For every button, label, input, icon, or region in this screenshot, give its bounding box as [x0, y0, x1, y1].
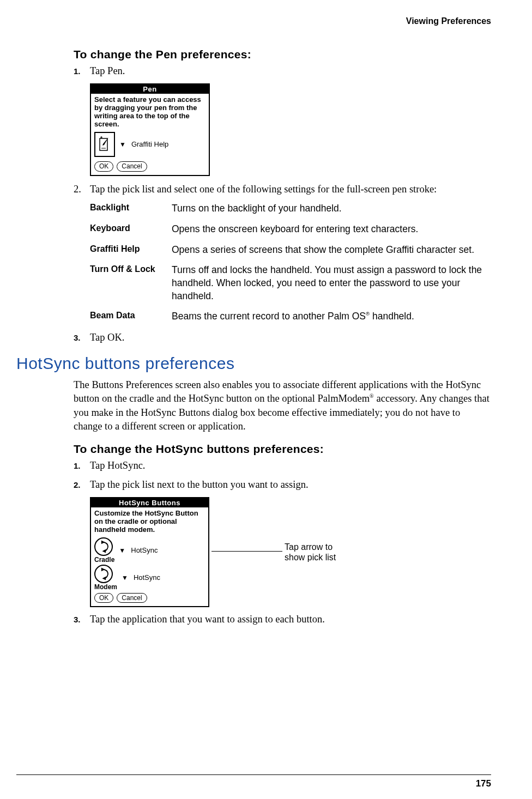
def-term: Backlight [90, 202, 172, 213]
steps-list-2: 1. Tap HotSync. 2. Tap the pick list nex… [74, 459, 491, 492]
def-turnoff: Turn Off & Lock Turns off and locks the … [90, 264, 491, 302]
hotsync-screenshot-wrap: HotSync Buttons Customize the HotSync Bu… [90, 497, 491, 608]
step-2-1: 1. Tap HotSync. [74, 459, 491, 473]
step-number: 1. [74, 459, 90, 471]
step-text: Tap the pick list next to the button you… [90, 478, 491, 492]
step-number: 1. [74, 64, 90, 77]
footer-rule [16, 774, 491, 775]
hotsync-paragraph: The Buttons Preferences screen also enab… [74, 378, 491, 434]
cradle-picklist-value[interactable]: HotSync [131, 546, 158, 554]
def-beam: Beam Data Beams the current record to an… [90, 310, 491, 323]
def-term: Graffiti Help [90, 244, 172, 254]
step-text: Tap the application that you want to ass… [90, 613, 491, 626]
dropdown-arrow-icon[interactable]: ▼ [119, 141, 126, 148]
hotsync-icon: ▸▸ [94, 565, 113, 583]
pen-cancel-button[interactable]: Cancel [117, 161, 147, 172]
dropdown-arrow-icon[interactable]: ▼ [119, 547, 125, 554]
def-desc: Turns off and locks the handheld. You mu… [172, 264, 491, 302]
step-number: 2. [74, 183, 90, 196]
hotsync-dialog-screenshot: HotSync Buttons Customize the HotSync Bu… [90, 497, 209, 608]
hotsync-dialog-instruction: Customize the HotSync Button on the crad… [94, 510, 205, 534]
step-text: Tap Pen. [90, 64, 491, 78]
step-text: Tap HotSync. [90, 459, 491, 473]
pen-dialog-instruction: Select a feature you can access by dragg… [94, 96, 205, 129]
pen-dialog-picklist-row[interactable]: ▼ Graffiti Help [94, 132, 205, 157]
def-keyboard: Keyboard Opens the onscreen keyboard for… [90, 223, 491, 236]
hotsync-heading: HotSync buttons preferences [16, 354, 491, 373]
def-graffiti: Graffiti Help Opens a series of screens … [90, 244, 491, 257]
def-desc: Opens the onscreen keyboard for entering… [172, 223, 491, 236]
def-term: Keyboard [90, 223, 172, 233]
running-head: Viewing Preferences [16, 16, 491, 26]
hotsync-icon: ▸▸ [94, 537, 113, 556]
task-title-hotsync: To change the HotSync buttons preference… [74, 443, 491, 456]
callout-text: Tap arrow to show pick list [285, 542, 350, 562]
step-text: Tap the pick list and select one of the … [90, 183, 491, 196]
body-column-2: The Buttons Preferences screen also enab… [74, 378, 491, 627]
modem-label: Modem [94, 583, 117, 591]
modem-picklist-value[interactable]: HotSync [134, 573, 160, 582]
dropdown-arrow-icon[interactable]: ▼ [122, 574, 128, 582]
def-desc: Opens a series of screens that show the … [172, 244, 491, 257]
def-backlight: Backlight Turns on the backlight of your… [90, 202, 491, 215]
page-number: 175 [476, 778, 491, 789]
def-desc: Beams the current record to another Palm… [172, 310, 491, 323]
step-1-2: 2. Tap the pick list and select one of t… [74, 183, 491, 196]
hotsync-cancel-button[interactable]: Cancel [117, 593, 147, 603]
step-1-3: 3. Tap OK. [74, 331, 491, 344]
callout-leader-line [211, 551, 282, 552]
steps-list-1c: 3. Tap OK. [74, 331, 491, 344]
settings-definitions: Backlight Turns on the backlight of your… [90, 202, 491, 323]
def-term: Beam Data [90, 310, 172, 320]
pen-dialog-screenshot: Pen Select a feature you can access by d… [90, 83, 210, 176]
hotsync-row-cradle: ▸▸ Cradle ▼ HotSync [94, 537, 205, 564]
body-column: To change the Pen preferences: 1. Tap Pe… [74, 48, 491, 344]
pen-picklist-value[interactable]: Graffiti Help [131, 140, 168, 148]
pen-icon [94, 132, 115, 157]
pen-dialog-title: Pen [91, 84, 209, 94]
steps-list-1: 1. Tap Pen. [74, 64, 491, 78]
def-desc-post: handheld. [370, 311, 414, 322]
cradle-label: Cradle [94, 556, 114, 564]
def-term: Turn Off & Lock [90, 264, 172, 274]
step-number: 3. [74, 331, 90, 343]
task-title-pen: To change the Pen preferences: [74, 48, 491, 61]
steps-list-1b: 2. Tap the pick list and select one of t… [74, 183, 491, 196]
registered-mark: ® [370, 393, 374, 399]
step-number: 3. [74, 613, 90, 625]
pen-ok-button[interactable]: OK [94, 161, 113, 172]
hotsync-row-modem: ▸▸ Modem ▼ HotSync [94, 565, 205, 591]
hotsync-dialog-title: HotSync Buttons [91, 498, 208, 507]
step-number: 2. [74, 478, 90, 491]
step-2-2: 2. Tap the pick list next to the button … [74, 478, 491, 492]
page: Viewing Preferences To change the Pen pr… [0, 0, 532, 799]
steps-list-2b: 3. Tap the application that you want to … [74, 613, 491, 626]
step-2-3: 3. Tap the application that you want to … [74, 613, 491, 626]
def-desc: Turns on the backlight of your handheld. [172, 202, 491, 215]
step-1-1: 1. Tap Pen. [74, 64, 491, 78]
step-text: Tap OK. [90, 331, 491, 344]
def-desc-pre: Beams the current record to another Palm… [172, 311, 366, 322]
hotsync-ok-button[interactable]: OK [94, 593, 113, 603]
